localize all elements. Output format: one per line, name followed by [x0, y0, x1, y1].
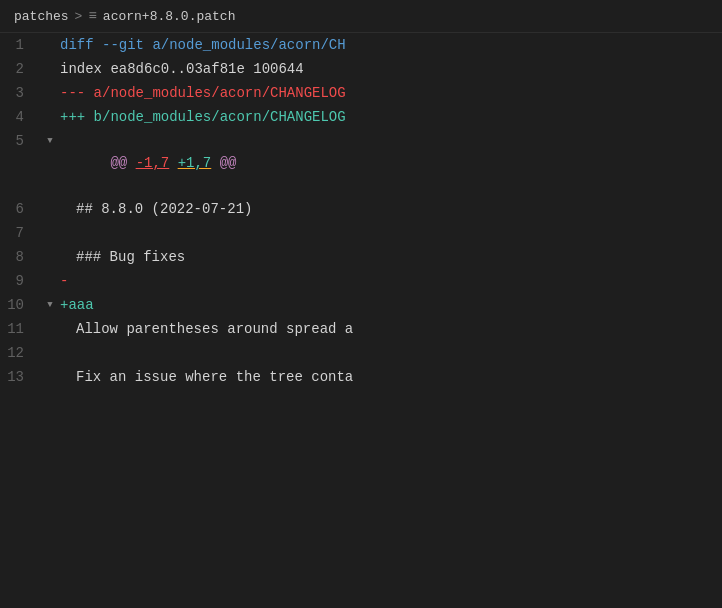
diff-line-8: 8 ### Bug fixes [0, 245, 722, 269]
breadcrumb-separator: > [75, 9, 83, 24]
diff-line-10: 10 ▼ +aaa [0, 293, 722, 317]
line-content-9: - [60, 270, 722, 292]
line-number-1: 1 [0, 34, 40, 56]
diff-line-12: 12 [0, 341, 722, 365]
diff-line-7: 7 [0, 221, 722, 245]
diff-line-1: 1 diff --git a/node_modules/acorn/CH [0, 33, 722, 57]
breadcrumb-filename[interactable]: acorn+8.8.0.patch [103, 9, 236, 24]
line-number-5: 5 [0, 130, 40, 152]
fold-icon-10[interactable]: ▼ [40, 294, 60, 316]
line-content-12 [60, 342, 722, 364]
hunk-at: @@ [110, 155, 135, 171]
line-content-1: diff --git a/node_modules/acorn/CH [60, 34, 722, 56]
line-number-7: 7 [0, 222, 40, 244]
diff-line-2: 2 index ea8d6c0..03af81e 100644 [0, 57, 722, 81]
line-number-3: 3 [0, 82, 40, 104]
diff-line-6: 6 ## 8.8.0 (2022-07-21) [0, 197, 722, 221]
diff-line-13: 13 Fix an issue where the tree conta [0, 365, 722, 389]
hunk-new-range: +1,7 [178, 155, 212, 171]
diff-line-11: 11 Allow parentheses around spread a [0, 317, 722, 341]
diff-view: 1 diff --git a/node_modules/acorn/CH 2 i… [0, 33, 722, 608]
line-content-7 [60, 222, 722, 244]
line-number-9: 9 [0, 270, 40, 292]
line-number-4: 4 [0, 106, 40, 128]
line-content-4: +++ b/node_modules/acorn/CHANGELOG [60, 106, 722, 128]
line-content-11: Allow parentheses around spread a [60, 318, 722, 340]
line-number-11: 11 [0, 318, 40, 340]
hunk-space [169, 155, 177, 171]
line-number-12: 12 [0, 342, 40, 364]
file-list-icon: ≡ [88, 8, 96, 24]
line-number-10: 10 [0, 294, 40, 316]
line-content-10: +aaa [60, 294, 722, 316]
line-content-5: @@ -1,7 +1,7 @@ [60, 130, 722, 196]
hunk-end: @@ [211, 155, 236, 171]
line-content-13: Fix an issue where the tree conta [60, 366, 722, 388]
hunk-old-range: -1,7 [136, 155, 170, 171]
breadcrumb-patches[interactable]: patches [14, 9, 69, 24]
line-content-6: ## 8.8.0 (2022-07-21) [60, 198, 722, 220]
fold-icon-5[interactable]: ▼ [40, 130, 60, 152]
diff-line-3: 3 --- a/node_modules/acorn/CHANGELOG [0, 81, 722, 105]
line-number-2: 2 [0, 58, 40, 80]
line-content-2: index ea8d6c0..03af81e 100644 [60, 58, 722, 80]
plus-sign: +aaa [60, 297, 94, 313]
diff-line-9: 9 - [0, 269, 722, 293]
line-number-6: 6 [0, 198, 40, 220]
breadcrumb: patches > ≡ acorn+8.8.0.patch [0, 0, 722, 33]
line-content-8: ### Bug fixes [60, 246, 722, 268]
line-content-3: --- a/node_modules/acorn/CHANGELOG [60, 82, 722, 104]
line-number-8: 8 [0, 246, 40, 268]
diff-line-5: 5 ▼ @@ -1,7 +1,7 @@ [0, 129, 722, 197]
diff-line-4: 4 +++ b/node_modules/acorn/CHANGELOG [0, 105, 722, 129]
line-number-13: 13 [0, 366, 40, 388]
